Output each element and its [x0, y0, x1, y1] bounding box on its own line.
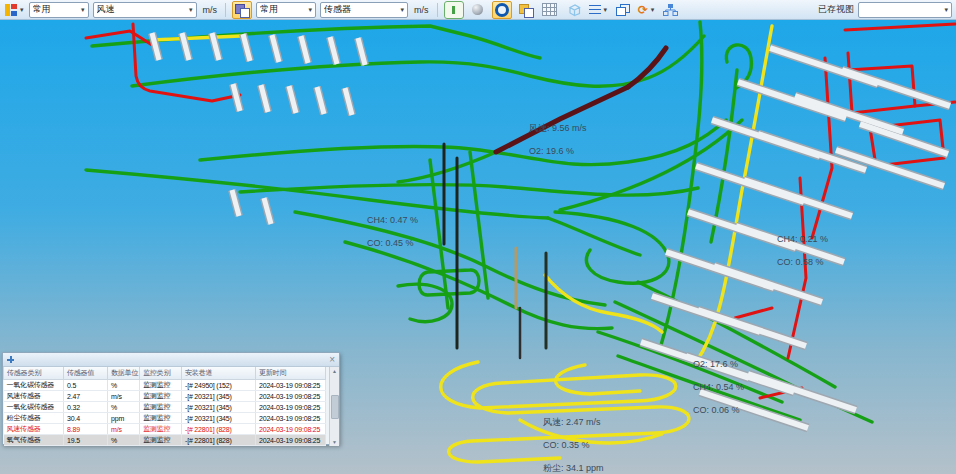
table-cell[interactable]: 氧气传感器	[4, 435, 64, 446]
metric-select-1-value: 风速	[97, 3, 115, 16]
table-cell[interactable]: -[# 20321] (345)	[182, 413, 256, 424]
table-cell[interactable]: 2024-03-19 09:08:25	[256, 413, 326, 424]
color-legend-icon	[5, 4, 17, 16]
column-header[interactable]: 更新时间	[256, 367, 326, 380]
table-cell[interactable]: 一氧化碳传感器	[4, 380, 64, 391]
table-row[interactable]: 风速传感器8.89m/s监测监控-[# 22801] (828)2024-03-…	[4, 424, 326, 435]
table-cell[interactable]: 监测监控	[140, 413, 182, 424]
table-cell[interactable]: 30.4	[64, 413, 108, 424]
table-cell[interactable]: 0.5	[64, 380, 108, 391]
table-cell[interactable]: -[# 22801] (828)	[182, 435, 256, 446]
metric-select-2-value: 传感器	[324, 3, 351, 16]
table-cell[interactable]: -[# 22801] (828)	[182, 424, 256, 435]
table-cell[interactable]: 风速传感器	[4, 391, 64, 402]
label-bottom-right-gas: O2: 17.6 % CH4: 0.54 % CO: 0.06 %	[678, 347, 744, 428]
table-cell[interactable]: %	[108, 380, 140, 391]
chevron-down-icon: ▾	[944, 6, 948, 13]
table-cell[interactable]: 监测监控	[140, 380, 182, 391]
table-cell[interactable]: 一氧化碳传感器	[4, 402, 64, 413]
table-cell[interactable]: -[# 20321] (345)	[182, 391, 256, 402]
table-cell[interactable]: m/s	[108, 424, 140, 435]
scroll-up-icon[interactable]: ▲	[332, 368, 337, 374]
window-copy-icon	[616, 4, 629, 15]
table-cell[interactable]: 2.47	[64, 391, 108, 402]
label-line: CO: 0.58 %	[777, 257, 824, 267]
table-cell[interactable]: 监测监控	[140, 402, 182, 413]
table-row[interactable]: 一氧化碳传感器0.32%监测监控-[# 20321] (345)2024-03-…	[4, 402, 326, 413]
sensor-table-body: 一氧化碳传感器0.5%监测监控-[# 24950] (152)2024-03-1…	[4, 380, 326, 446]
cube-view-button[interactable]	[564, 1, 584, 19]
column-header[interactable]: 传感器类别	[4, 367, 64, 380]
windows-button[interactable]	[612, 1, 632, 19]
table-cell[interactable]: 19.5	[64, 435, 108, 446]
table-cell[interactable]: 2024-03-19 09:08:25	[256, 435, 326, 446]
label-line: CH4: 0.21 %	[777, 234, 828, 244]
viewport-3d[interactable]: 风速: 9.56 m/s O2: 19.6 % CH4: 0.47 % CO: …	[0, 20, 956, 474]
column-header[interactable]: 数据单位	[108, 367, 140, 380]
label-right-gas: CH4: 0.21 % CO: 0.58 %	[762, 222, 828, 280]
table-cell[interactable]: 0.32	[64, 402, 108, 413]
metric-select-2[interactable]: 传感器 ▾	[320, 2, 408, 18]
label-bottom-center-gas: 风速: 2.47 m/s CO: 0.35 % 粉尘: 34.1 ppm	[528, 405, 604, 474]
table-cell[interactable]: %	[108, 402, 140, 413]
refresh-menu-button[interactable]: ⟳ ▾	[636, 1, 656, 19]
saved-view-label: 已存视图	[818, 3, 854, 16]
sensor-display-toggle-button[interactable]	[444, 1, 464, 19]
preset-select-2-value: 常用	[260, 3, 278, 16]
sensor-table-wrap: 传感器类别传感器值数据单位监控类别安装巷道更新时间 一氧化碳传感器0.5%监测监…	[3, 367, 339, 446]
column-header[interactable]: 监控类别	[140, 367, 182, 380]
label-line: O2: 17.6 %	[693, 359, 738, 369]
table-row[interactable]: 氧气传感器19.5%监测监控-[# 22801] (828)2024-03-19…	[4, 435, 326, 446]
layers-button[interactable]	[516, 1, 536, 19]
chevron-down-icon: ▾	[189, 6, 193, 13]
overlay-toggle-button[interactable]	[232, 1, 252, 19]
blue-ring-icon	[495, 3, 509, 17]
table-row[interactable]: 粉尘传感器30.4ppm监测监控-[# 20321] (345)2024-03-…	[4, 413, 326, 424]
refresh-icon: ⟳	[638, 4, 648, 16]
grid-button[interactable]	[540, 1, 560, 19]
table-cell[interactable]: 风速传感器	[4, 424, 64, 435]
node-display-toggle-button[interactable]	[492, 1, 512, 19]
table-cell[interactable]: 8.89	[64, 424, 108, 435]
table-cell[interactable]: m/s	[108, 391, 140, 402]
preset-select-1[interactable]: 常用 ▾	[29, 2, 89, 18]
table-cell[interactable]: %	[108, 435, 140, 446]
list-menu-button[interactable]: ▾	[588, 1, 609, 19]
chevron-down-icon: ▾	[401, 6, 405, 13]
column-header[interactable]: 传感器值	[64, 367, 108, 380]
metric-select-1[interactable]: 风速 ▾	[93, 2, 197, 18]
table-cell[interactable]: 2024-03-19 09:08:25	[256, 424, 326, 435]
scroll-down-icon[interactable]: ▼	[332, 439, 337, 445]
label-line: CO: 0.35 %	[543, 440, 590, 450]
table-cell[interactable]: ppm	[108, 413, 140, 424]
label-line: CO: 0.06 %	[693, 405, 740, 415]
table-row[interactable]: 风速传感器2.47m/s监测监控-[# 20321] (345)2024-03-…	[4, 391, 326, 402]
saved-view-select[interactable]: ▾	[858, 2, 952, 18]
structure-diagram-icon	[663, 4, 678, 16]
table-cell[interactable]: 监测监控	[140, 435, 182, 446]
color-legend-button[interactable]: ▾	[4, 1, 25, 19]
structure-diagram-button[interactable]	[660, 1, 680, 19]
separator	[437, 3, 438, 17]
chevron-down-icon: ▾	[309, 6, 313, 13]
table-row[interactable]: 一氧化碳传感器0.5%监测监控-[# 24950] (152)2024-03-1…	[4, 380, 326, 391]
helmet-button[interactable]	[468, 1, 488, 19]
close-icon[interactable]: ×	[329, 355, 335, 365]
column-header[interactable]: 安装巷道	[182, 367, 256, 380]
power-bar-icon	[452, 6, 455, 14]
table-cell[interactable]: 粉尘传感器	[4, 413, 64, 424]
preset-select-2[interactable]: 常用 ▾	[256, 2, 316, 18]
label-line: 粉尘: 34.1 ppm	[543, 463, 604, 473]
panel-pin-icon	[7, 356, 14, 363]
table-cell[interactable]: 2024-03-19 09:08:25	[256, 380, 326, 391]
table-cell[interactable]: 监测监控	[140, 424, 182, 435]
scroll-thumb[interactable]	[331, 395, 339, 419]
table-cell[interactable]: 监测监控	[140, 391, 182, 402]
table-cell[interactable]: -[# 20321] (345)	[182, 402, 256, 413]
sensor-table: 传感器类别传感器值数据单位监控类别安装巷道更新时间 一氧化碳传感器0.5%监测监…	[3, 367, 326, 446]
panel-titlebar[interactable]: ×	[3, 353, 339, 367]
table-cell[interactable]: -[# 24950] (152)	[182, 380, 256, 391]
vertical-scrollbar[interactable]: ▲ ▼	[329, 367, 339, 446]
table-cell[interactable]: 2024-03-19 09:08:25	[256, 391, 326, 402]
table-cell[interactable]: 2024-03-19 09:08:25	[256, 402, 326, 413]
